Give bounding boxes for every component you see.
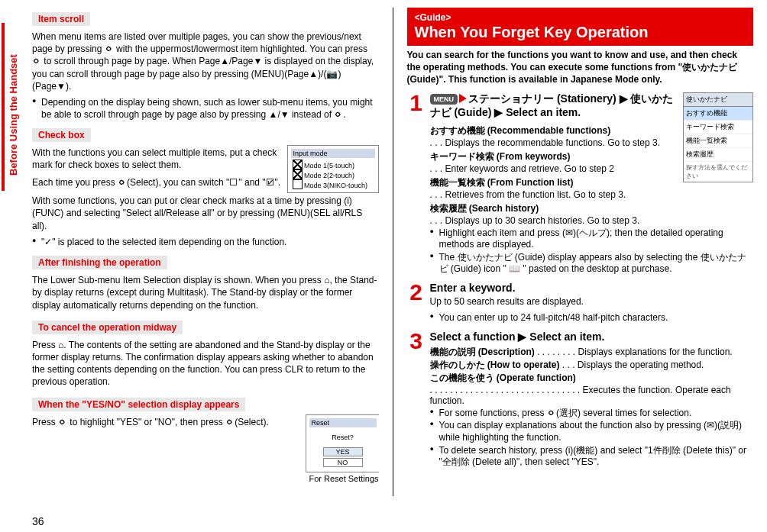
side-tab: Before Using the Handset bbox=[0, 23, 17, 191]
screenshot-title: Input mode bbox=[291, 149, 375, 158]
s3-exec: . . . . . . . . . . . . . . . . . . . . … bbox=[430, 385, 731, 406]
step-2: 2 Enter a keyword. Up to 50 search resul… bbox=[407, 282, 754, 327]
s2-text: Up to 50 search results are displayed. bbox=[430, 295, 754, 308]
reset-screenshot: Reset Reset? YES NO For Reset Settings bbox=[306, 414, 379, 483]
heading-check-box: Check box bbox=[32, 128, 91, 142]
red-bar bbox=[2, 23, 5, 191]
s3-note-1: For some functions, press ⭘(選択) several … bbox=[430, 408, 754, 420]
s2-note: You can enter up to 24 full-pitch/48 hal… bbox=[430, 312, 754, 324]
guide-banner: <Guide> When You Forget Key Operation bbox=[407, 8, 754, 46]
step-3: 3 Select a function ▶ Select an item. 機能… bbox=[407, 330, 754, 472]
item-scroll-note: Depending on the display being shown, su… bbox=[32, 97, 379, 121]
check-icon bbox=[293, 169, 303, 179]
after-text: The Lower Sub-menu Item Selection displa… bbox=[32, 274, 379, 311]
s3-note-3: To delete search history, press (i)(機能) … bbox=[430, 445, 754, 469]
reset-caption: For Reset Settings bbox=[306, 474, 379, 483]
heading-cancel: To cancel the operation midway bbox=[32, 321, 183, 334]
page-number: 36 bbox=[32, 515, 44, 527]
phone-screenshot: 使いかたナビ おすすめ機能 キーワード検索 機能一覧検索 検索履歴 探す方法を選… bbox=[683, 92, 753, 182]
step2-title: Enter a keyword. bbox=[430, 282, 754, 294]
guide-title: When You Forget Key Operation bbox=[415, 23, 746, 41]
s3-note-2: You can display explanations about the f… bbox=[430, 420, 754, 443]
heading-item-scroll: Item scroll bbox=[32, 12, 90, 26]
step-num-1: 1 bbox=[407, 92, 426, 279]
heading-after: After finishing the operation bbox=[32, 256, 167, 269]
right-column: <Guide> When You Forget Key Operation Yo… bbox=[407, 8, 754, 496]
checkbox-screenshot: Input mode Mode 1(5-touch) Mode 2(2-touc… bbox=[287, 145, 379, 193]
check-note: "✓" is placed to the selected item depen… bbox=[32, 237, 379, 249]
s1-note-1: Highlight each item and press (✉)(ヘルプ); … bbox=[430, 227, 754, 251]
column-divider bbox=[393, 8, 393, 496]
left-column: Item scroll When menu items are listed o… bbox=[32, 8, 379, 496]
step-num-2: 2 bbox=[407, 282, 426, 327]
guide-lead: You can search for the functions you wan… bbox=[407, 49, 754, 86]
step-1: 1 使いかたナビ おすすめ機能 キーワード検索 機能一覧検索 検索履歴 探す方法… bbox=[407, 92, 754, 279]
s1-note-2: The 使いかたナビ (Guide) display appears also … bbox=[430, 252, 754, 276]
cancel-text: Press ⌂. The contents of the setting are… bbox=[32, 339, 379, 389]
step3-title: Select a function ▶ Select an item. bbox=[430, 330, 754, 343]
side-tab-label: Before Using the Handset bbox=[8, 54, 19, 176]
step-num-3: 3 bbox=[407, 330, 426, 472]
guide-tag: <Guide> bbox=[415, 12, 746, 23]
check-icon bbox=[293, 160, 303, 169]
menu-key-icon: MENU bbox=[430, 94, 458, 105]
item-scroll-text: When menu items are listed over multiple… bbox=[32, 31, 379, 92]
check-text-2: With some functions, you can put or clea… bbox=[32, 195, 379, 232]
uncheck-icon bbox=[293, 179, 303, 189]
heading-yesno: When the "YES/NO" selection display appe… bbox=[32, 398, 245, 411]
